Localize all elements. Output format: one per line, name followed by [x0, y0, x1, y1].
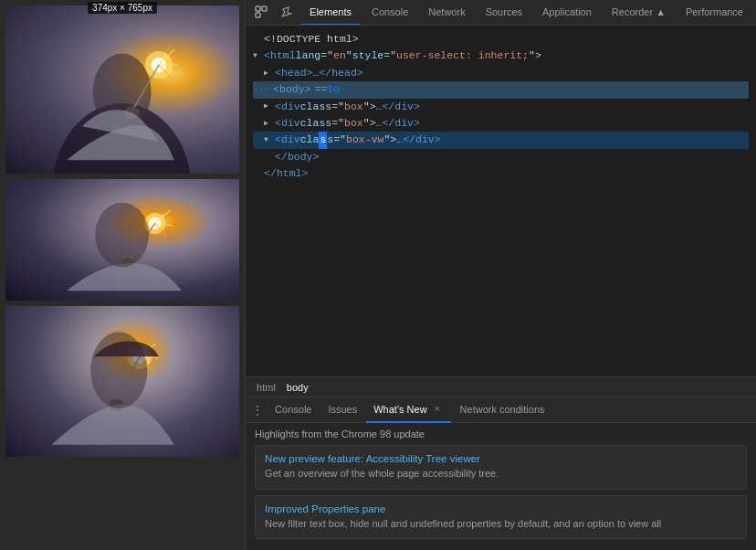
- div3-ellipsis: …: [396, 132, 403, 148]
- body-close-tag: </body>: [275, 149, 319, 165]
- breadcrumb-body[interactable]: body: [283, 380, 312, 395]
- div1-class-attr: class: [300, 99, 332, 115]
- svg-line-26: [140, 356, 152, 370]
- tab-pointer-icon[interactable]: [249, 0, 273, 26]
- bottom-tab-whatsnew[interactable]: What's New ×: [366, 397, 450, 423]
- svg-point-30: [109, 398, 124, 410]
- bottom-tab-network-conditions[interactable]: Network conditions: [453, 397, 552, 423]
- feature-1-title[interactable]: New preview feature: Accessibility Tree …: [265, 453, 737, 464]
- svg-line-14: [155, 210, 171, 223]
- bottom-tab-console[interactable]: Console: [268, 397, 319, 423]
- svg-point-31: [90, 332, 147, 408]
- html-lang-attr: lang: [296, 48, 321, 64]
- svg-point-13: [149, 217, 161, 229]
- sparkler-image-2: [5, 179, 239, 301]
- body-dots: ···: [253, 82, 269, 97]
- div1-class-val: box: [344, 99, 363, 115]
- svg-line-18: [155, 214, 165, 224]
- feature-card-2[interactable]: Improved Properties pane New filter text…: [255, 495, 747, 539]
- doctype-line[interactable]: <!DOCTYPE html>: [253, 31, 749, 48]
- tab-application[interactable]: Application: [533, 0, 601, 26]
- head-line[interactable]: <head>…</head>: [253, 65, 749, 81]
- html-open-tag: <html: [264, 48, 296, 64]
- body-open: <body>: [273, 81, 310, 98]
- svg-point-23: [132, 350, 146, 364]
- tab-sources[interactable]: Sources: [477, 0, 531, 26]
- html-style-attr: style: [352, 48, 384, 64]
- bottom-more-icon[interactable]: ⋮: [249, 402, 266, 418]
- expand-div1[interactable]: [264, 100, 273, 112]
- div3-open: <div: [275, 132, 300, 148]
- svg-point-20: [121, 258, 135, 269]
- svg-line-24: [140, 344, 156, 356]
- head-tag: <head>: [275, 65, 312, 81]
- svg-point-3: [152, 58, 167, 73]
- tab-elements[interactable]: Elements: [300, 0, 361, 26]
- div3-class-val: box-vw: [346, 132, 383, 148]
- body-line[interactable]: ··· <body> == $0: [253, 81, 749, 98]
- svg-line-25: [140, 356, 159, 358]
- svg-rect-32: [256, 6, 260, 11]
- svg-rect-33: [262, 6, 267, 11]
- svg-point-21: [95, 203, 149, 268]
- feature-card-1[interactable]: New preview feature: Accessibility Tree …: [255, 445, 747, 489]
- sparkler-image-1: [5, 5, 239, 174]
- html-eq1b: ": [346, 48, 352, 64]
- svg-line-10: [132, 65, 159, 111]
- doctype-text: <!DOCTYPE html>: [264, 31, 359, 48]
- tab-console[interactable]: Console: [362, 0, 417, 26]
- html-close-line[interactable]: </html>: [253, 165, 749, 182]
- expand-div2[interactable]: [264, 118, 273, 130]
- whatsnew-close-icon[interactable]: ×: [431, 403, 444, 416]
- tab-performance[interactable]: Performance: [677, 0, 752, 26]
- tab-network[interactable]: Network: [419, 0, 474, 26]
- tab-recorder[interactable]: Recorder ▲: [603, 0, 675, 26]
- whatsnew-label: What's New: [373, 404, 426, 415]
- expand-head[interactable]: [264, 68, 273, 79]
- right-panel: Elements Console Network Sources Applica…: [245, 0, 756, 550]
- dimension-label: 374px × 765px: [88, 2, 157, 14]
- tab-inspect[interactable]: [275, 0, 299, 26]
- svg-point-11: [124, 106, 140, 118]
- image-card-1: [5, 5, 239, 174]
- expand-html[interactable]: [253, 50, 262, 62]
- div-box-1-line[interactable]: <div class="box">…</div>: [253, 99, 749, 115]
- svg-point-22: [127, 344, 152, 369]
- bottom-panel: ⋮ Console Issues What's New × Network co…: [246, 397, 756, 550]
- div3-close: </div>: [403, 132, 440, 148]
- div3-eq: =": [333, 132, 346, 148]
- svg-line-9: [159, 46, 171, 65]
- html-tag-line[interactable]: <html lang="en" style="user-select: inhe…: [253, 48, 749, 64]
- div1-ellipsis: …: [376, 99, 383, 115]
- div2-ellipsis: …: [376, 115, 383, 132]
- svg-line-4: [159, 49, 174, 65]
- div-box-vw-line[interactable]: <div class="box-vw">…</div>: [253, 132, 749, 148]
- bottom-tab-bar: ⋮ Console Issues What's New × Network co…: [246, 397, 756, 423]
- svg-line-28: [140, 346, 150, 356]
- div1-eq: =": [331, 99, 344, 115]
- feature-2-title[interactable]: Improved Properties pane: [265, 503, 737, 514]
- div3-class-attr: cla: [300, 132, 320, 148]
- feature-2-desc: New filter text box, hide null and undef…: [265, 517, 737, 531]
- svg-point-0: [53, 103, 191, 174]
- body-close-line[interactable]: </body>: [253, 149, 749, 165]
- expand-div3[interactable]: [264, 134, 273, 146]
- sparkler-image-3: [5, 306, 239, 457]
- bottom-tab-issues[interactable]: Issues: [320, 397, 364, 423]
- div3-class-attr2: s: [327, 132, 333, 148]
- svg-line-15: [155, 223, 173, 226]
- head-close-tag: </head>: [319, 65, 362, 81]
- head-ellipsis: …: [313, 65, 320, 81]
- svg-line-17: [143, 212, 155, 224]
- svg-point-1: [93, 54, 152, 131]
- div1-open: <div: [275, 99, 300, 115]
- svg-line-29: [117, 356, 140, 402]
- left-panel: 374px × 765px: [0, 0, 245, 550]
- breadcrumb-html[interactable]: html: [253, 380, 279, 395]
- whats-new-title: Highlights from the Chrome 98 update: [255, 428, 747, 439]
- div2-close: </div>: [382, 115, 419, 132]
- body-dollar: $0: [327, 81, 340, 98]
- div-box-2-line[interactable]: <div class="box">…</div>: [253, 115, 749, 132]
- html-lang-val: en: [333, 48, 346, 64]
- svg-line-19: [128, 223, 154, 261]
